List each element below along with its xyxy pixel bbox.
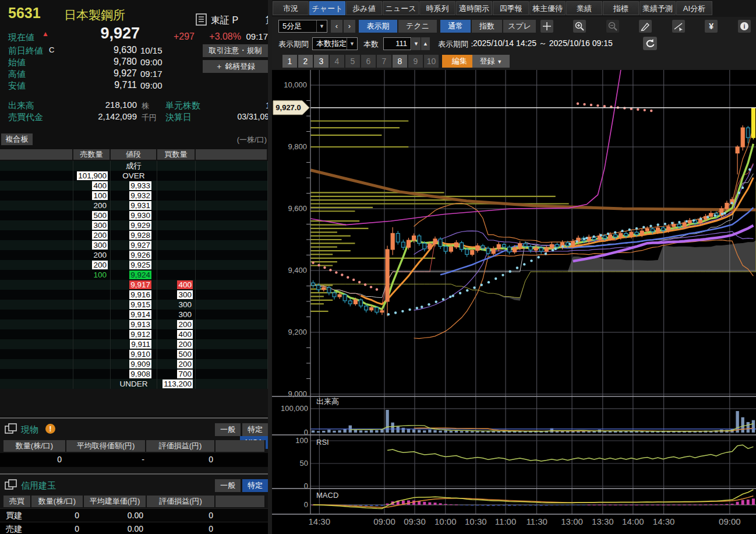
pattern-button-2[interactable]: 2 (298, 55, 313, 68)
tab-市況[interactable]: 市況 (273, 1, 309, 15)
svg-text:14:30: 14:30 (309, 517, 331, 526)
price-chart[interactable]: 10,0009,8009,6009,4009,2009,0009,927.0出来… (272, 70, 756, 534)
crosshair-icon[interactable] (540, 20, 553, 33)
board-row-9,911[interactable]: 9,911200 (0, 339, 268, 349)
register-dropdown[interactable]: 登録 ▼ (472, 55, 510, 68)
pattern-button-6[interactable]: 6 (361, 55, 376, 68)
board-row-9,909[interactable]: 9,909200 (0, 359, 268, 369)
period-range-value: 2025/10/14 14:25 ～ 2025/10/16 09:15 (473, 38, 613, 49)
board-row-UNDER[interactable]: UNDER113,200 (0, 379, 268, 389)
board-row-9,915[interactable]: 9,915300 (0, 300, 268, 310)
board-row-9,926[interactable]: 2009,926 (0, 250, 268, 260)
board-row-9,913[interactable]: 9,913200 (0, 319, 268, 329)
high-value: 9,927 (87, 68, 137, 79)
interval-select[interactable]: ▼ 5分足 (278, 20, 327, 33)
margin-row-買建: 買建00.000 (0, 508, 268, 522)
board-row-9,917[interactable]: 9,917400 (0, 280, 268, 290)
composite-board-button[interactable]: 複合板 (1, 134, 33, 145)
pattern-button-10[interactable]: 10 (424, 55, 439, 68)
tab-ニュース[interactable]: ニュース (383, 1, 419, 15)
trading-terminal: { "quote": { "code": "5631", "name": "日本… (0, 0, 756, 534)
board-row-9,925[interactable]: 2009,925 (0, 260, 268, 270)
bar-count-input[interactable]: 111 (383, 37, 411, 50)
settlement-label: 決算日 (165, 112, 192, 123)
count-mode-select[interactable]: ▼ 本数指定 (312, 37, 358, 50)
svg-text:i: i (743, 23, 745, 30)
board-row-9,928[interactable]: 2009,928 (0, 230, 268, 240)
tab-時系列[interactable]: 時系列 (419, 1, 455, 15)
next-button[interactable]: › (344, 20, 355, 33)
svg-text:100: 100 (295, 436, 308, 445)
svg-text:MACD: MACD (316, 491, 338, 500)
tab-歩み値[interactable]: 歩み値 (346, 1, 382, 15)
normal-button[interactable]: 通常 (440, 20, 471, 33)
board-row-9,930[interactable]: 5009,930 (0, 210, 268, 220)
edit-button[interactable]: 編集 (442, 55, 477, 68)
pattern-button-9[interactable]: 9 (408, 55, 423, 68)
add-watchlist-button[interactable]: ＋ 銘柄登録 (203, 60, 268, 73)
tab-適時開示[interactable]: 適時開示 (456, 1, 492, 15)
svg-text:9,000: 9,000 (288, 389, 307, 398)
pencil-icon[interactable] (639, 20, 652, 33)
margin-row-売建: 売建00.000 (0, 522, 268, 534)
board-row-9,932[interactable]: 1009,932 (0, 191, 268, 201)
count-up-button[interactable]: ▲ (421, 37, 430, 50)
tab-指標[interactable]: 指標 (603, 1, 639, 15)
high-time: 09:17 (140, 69, 162, 79)
board-row-9,931[interactable]: 2009,931 (0, 201, 268, 210)
tab-AI分析[interactable]: AI分析 (676, 1, 712, 15)
svg-text:09:00: 09:00 (719, 517, 741, 526)
prev-button[interactable]: ‹ (331, 20, 342, 33)
quote-panel: 5631 日本製鋼所 東証 P 貸 現在値 ▲ 9,927 +297 +3.08… (0, 0, 268, 534)
indexed-button[interactable]: 指数化 (472, 20, 502, 33)
technical-button[interactable]: テクニカル (398, 20, 437, 33)
board-row-9,914[interactable]: 9,914300 (0, 310, 268, 319)
board-row-9,924[interactable]: 1009,924 (0, 270, 268, 280)
cash-row: 0 - 0 (0, 453, 268, 467)
turnover-value: 2,142,099 (76, 111, 137, 121)
board-row-9,908[interactable]: 9,908700 (0, 369, 268, 379)
account-tab-一般[interactable]: 一般 (215, 423, 241, 436)
tab-チャート[interactable]: チャート (309, 1, 345, 15)
volume-value: 218,100 (82, 100, 137, 110)
price-change-pct: +3.08% (203, 31, 241, 42)
count-down-button[interactable]: ▼ (412, 37, 421, 50)
board-row-9,927[interactable]: 3009,927 (0, 240, 268, 250)
pattern-button-7[interactable]: 7 (377, 55, 391, 68)
tab-業績[interactable]: 業績 (566, 1, 602, 15)
current-price: 9,927 (58, 24, 140, 43)
board-row-9,929[interactable]: 3009,929 (0, 220, 268, 230)
account-tab-特定[interactable]: 特定 (242, 479, 268, 492)
trade-caution-button[interactable]: 取引注意・規制 (203, 44, 268, 57)
pattern-button-4[interactable]: 4 (330, 55, 344, 68)
pattern-button-5[interactable]: 5 (345, 55, 360, 68)
tab-株主優待[interactable]: 株主優待 (529, 1, 566, 15)
svg-text:10,000: 10,000 (284, 80, 307, 89)
board-row-OVER[interactable]: 101,900OVER (0, 171, 268, 181)
zoom-in-icon[interactable] (573, 20, 586, 33)
orderbook: 成行101,900OVER4009,9331009,9322009,931500… (0, 161, 268, 389)
board-row-9,933[interactable]: 4009,933 (0, 181, 268, 191)
reset-period-icon[interactable] (643, 37, 657, 50)
svg-text:RSI: RSI (316, 438, 329, 447)
tab-業績予測[interactable]: 業績予測 (640, 1, 676, 15)
prev-close-flag: C (49, 45, 54, 54)
yen-icon[interactable]: ¥ (705, 20, 718, 33)
board-row-9,910[interactable]: 9,910500 (0, 349, 268, 359)
account-tab-特定[interactable]: 特定 (242, 423, 268, 436)
board-row-9,912[interactable]: 9,912400 (0, 329, 268, 339)
pattern-button-3[interactable]: 3 (314, 55, 328, 68)
current-price-label: 現在値 (8, 32, 34, 43)
spread-button[interactable]: スプレッド (503, 20, 536, 33)
board-row-9,916[interactable]: 9,916300 (0, 290, 268, 300)
pattern-button-1[interactable]: 1 (282, 55, 297, 68)
trendline-icon[interactable] (672, 20, 685, 33)
account-tab-一般[interactable]: 一般 (215, 479, 241, 492)
pattern-button-8[interactable]: 8 (393, 55, 407, 68)
board-row-成行[interactable]: 成行 (0, 161, 268, 171)
zoom-out-icon[interactable] (606, 20, 619, 33)
display-period-button[interactable]: 表示期間 (359, 20, 397, 33)
info-icon[interactable]: i (738, 20, 751, 33)
chevron-down-icon: ▼ (497, 59, 502, 65)
tab-四季報[interactable]: 四季報 (493, 1, 529, 15)
